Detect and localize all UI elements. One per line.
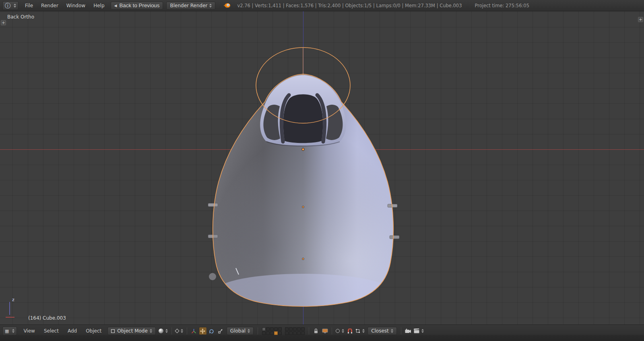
viewport-header: ▦ View Select Add Object Object Mode bbox=[0, 324, 644, 341]
snap-toggle-button[interactable] bbox=[346, 327, 354, 335]
menu-help[interactable]: Help bbox=[89, 2, 108, 10]
select-arrows-icon bbox=[209, 4, 212, 8]
view-orientation-label: Back Ortho bbox=[7, 14, 34, 20]
translate-arrows-icon bbox=[200, 329, 205, 334]
menu-window[interactable]: Window bbox=[62, 2, 89, 10]
back-button-label: Back to Previous bbox=[119, 2, 159, 8]
layer-toggle[interactable] bbox=[278, 331, 282, 335]
render-preview-button[interactable] bbox=[321, 327, 329, 335]
select-arrows-icon bbox=[391, 329, 393, 333]
region-expand-left-icon[interactable]: + bbox=[1, 20, 6, 25]
layer-toggle[interactable] bbox=[266, 331, 270, 335]
scale-manipulator-button[interactable] bbox=[217, 327, 225, 335]
snap-target-select[interactable]: Closest bbox=[367, 327, 397, 335]
back-arrow-icon: ◀ bbox=[114, 4, 117, 8]
layer-toggle[interactable] bbox=[301, 327, 305, 331]
active-object-label: (164) Cube.003 bbox=[28, 315, 66, 321]
select-arrows-icon bbox=[421, 329, 424, 333]
layer-toggle[interactable] bbox=[297, 327, 301, 331]
select-arrows-icon bbox=[181, 329, 183, 333]
mini-axis-gizmo: z bbox=[5, 297, 23, 322]
layer-toggle[interactable] bbox=[278, 327, 282, 331]
magnet-icon bbox=[347, 329, 353, 334]
orientation-value: Global bbox=[230, 328, 246, 334]
info-editor-type-button[interactable]: ⓘ bbox=[2, 1, 19, 10]
object-origin-dot bbox=[302, 148, 304, 151]
layer-toggle[interactable] bbox=[270, 331, 274, 335]
axis-tripod-icon bbox=[191, 329, 196, 334]
menu-add[interactable]: Add bbox=[64, 327, 81, 335]
model-right-peg-bottom bbox=[390, 236, 399, 239]
proportional-edit-icon bbox=[336, 329, 340, 333]
mode-select[interactable]: Object Mode bbox=[107, 327, 156, 335]
layer-toggle[interactable] bbox=[293, 331, 297, 335]
gizmo-z-label: z bbox=[12, 297, 14, 302]
scene-lock-button[interactable] bbox=[312, 327, 320, 335]
blender-window: ⓘ File Render Window Help ◀ Back to Prev… bbox=[0, 0, 644, 341]
layer-toggle-active[interactable] bbox=[274, 331, 278, 335]
menu-file[interactable]: File bbox=[21, 2, 37, 10]
layers-group-2 bbox=[285, 327, 305, 335]
menu-view[interactable]: View bbox=[19, 327, 39, 335]
opengl-render-still-button[interactable] bbox=[404, 327, 412, 335]
3d-view-editor-icon: ▦ bbox=[5, 329, 9, 334]
chevron-updown-icon bbox=[14, 4, 16, 8]
origin-dot-low bbox=[302, 258, 304, 260]
viewport-shading-select[interactable] bbox=[158, 327, 169, 335]
rotate-manipulator-button[interactable] bbox=[208, 327, 216, 335]
opengl-render-anim-button[interactable] bbox=[413, 327, 425, 335]
scale-arrow-icon bbox=[218, 329, 223, 334]
layer-toggle[interactable] bbox=[262, 331, 266, 335]
proportional-edit-select[interactable] bbox=[335, 327, 345, 335]
translate-manipulator-button[interactable] bbox=[199, 327, 207, 335]
menu-object[interactable]: Object bbox=[82, 327, 105, 335]
manipulator-toggle-button[interactable] bbox=[190, 327, 198, 335]
blender-logo-icon bbox=[223, 2, 231, 8]
scene-canvas bbox=[0, 11, 644, 324]
menu-select[interactable]: Select bbox=[40, 327, 63, 335]
layer-toggle[interactable] bbox=[262, 327, 266, 331]
layer-toggle[interactable] bbox=[270, 327, 274, 331]
scene-stats: v2.76 | Verts:1,411 | Faces:1,576 | Tris… bbox=[237, 3, 462, 8]
snap-target-value: Closest bbox=[371, 328, 389, 334]
object-mode-cube-icon bbox=[111, 329, 115, 333]
divider bbox=[258, 327, 258, 335]
layer-toggle[interactable] bbox=[285, 327, 289, 331]
menu-render[interactable]: Render bbox=[37, 2, 62, 10]
layer-toggle[interactable] bbox=[301, 331, 305, 335]
project-time: Project time: 275:56:05 bbox=[475, 3, 529, 8]
back-to-previous-button[interactable]: ◀ Back to Previous bbox=[111, 2, 163, 10]
layer-toggle[interactable] bbox=[285, 331, 289, 335]
region-expand-right-icon[interactable]: + bbox=[638, 17, 643, 22]
model-side-bump bbox=[209, 273, 216, 280]
render-engine-select[interactable]: Blender Render bbox=[166, 2, 215, 10]
snap-element-icon bbox=[355, 329, 360, 333]
layer-toggle[interactable] bbox=[266, 327, 270, 331]
editor-type-button[interactable]: ▦ bbox=[2, 327, 17, 335]
layers-group-1 bbox=[262, 327, 282, 335]
pivot-point-icon bbox=[175, 329, 179, 333]
layer-toggle[interactable] bbox=[274, 327, 278, 331]
transform-orientation-select[interactable]: Global bbox=[227, 327, 254, 335]
info-icon: ⓘ bbox=[5, 3, 10, 8]
select-arrows-icon bbox=[342, 329, 344, 333]
pivot-point-select[interactable] bbox=[175, 327, 184, 335]
render-engine-value: Blender Render bbox=[170, 3, 207, 8]
layer-toggle[interactable] bbox=[289, 327, 293, 331]
model-handbag-object[interactable] bbox=[177, 48, 435, 318]
display-icon bbox=[322, 329, 328, 334]
clapperboard-icon bbox=[414, 329, 419, 333]
padlock-icon bbox=[314, 328, 318, 334]
chevron-updown-icon bbox=[12, 329, 14, 333]
layer-toggle[interactable] bbox=[293, 327, 297, 331]
layer-toggle[interactable] bbox=[289, 331, 293, 335]
divider bbox=[187, 327, 187, 335]
snap-element-select[interactable] bbox=[355, 327, 365, 335]
camera-icon bbox=[405, 329, 411, 333]
mode-select-value: Object Mode bbox=[117, 328, 148, 334]
layer-toggle[interactable] bbox=[297, 331, 301, 335]
shading-sphere-icon bbox=[159, 329, 163, 333]
divider bbox=[171, 327, 172, 335]
rotate-arc-icon bbox=[209, 329, 214, 334]
viewport-3d[interactable]: Back Ortho (164) Cube.003 z + + bbox=[0, 11, 644, 324]
